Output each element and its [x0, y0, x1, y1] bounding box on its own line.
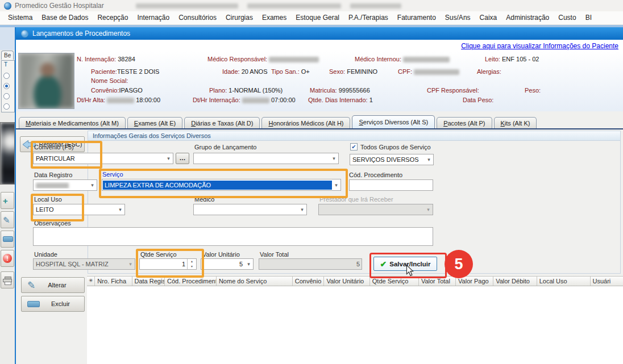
menu-sus-ans[interactable]: Sus/Ans: [441, 11, 475, 24]
tab-materiais-medicamentos[interactable]: Materiais e Medicamentos (Alt M): [19, 117, 126, 128]
convenio-lookup-button[interactable]: …: [176, 153, 189, 164]
chevron-down-icon[interactable]: ▾: [244, 261, 253, 267]
chevron-down-icon[interactable]: ▾: [164, 156, 173, 161]
chevron-down-icon[interactable]: ▾: [330, 156, 338, 161]
excluir-button[interactable]: Excluir: [21, 296, 85, 312]
menu-faturamento[interactable]: Faturamento: [393, 11, 441, 24]
window-titlebar[interactable]: Lançamentos de Procedimentos: [16, 27, 623, 40]
chevron-down-icon[interactable]: ▾: [88, 182, 97, 188]
group-title: Informações Gerais dos Serviços Diversos: [88, 131, 620, 141]
pencil-icon: ✎: [3, 216, 10, 224]
observacoes-textarea[interactable]: [33, 227, 433, 246]
menu-sistema[interactable]: Sistema: [3, 11, 37, 24]
checkbox-check-icon: ✔: [351, 144, 356, 150]
col-valor-total[interactable]: Valor Total: [419, 277, 456, 286]
chevron-down-icon[interactable]: ▾: [116, 207, 124, 212]
salvar-incluir-button[interactable]: ✔ Salvar/Incluir: [373, 257, 437, 271]
data-registro-picker[interactable]: ▾: [33, 179, 97, 191]
add-button[interactable]: +: [1, 192, 14, 209]
menu-recepcao[interactable]: Recepção: [93, 11, 132, 24]
menu-consultorios[interactable]: Consultórios: [174, 11, 221, 24]
menu-caixa[interactable]: Caixa: [475, 11, 502, 24]
spin-up-icon[interactable]: ▲: [188, 259, 196, 264]
menu-estoque-geral[interactable]: Estoque Geral: [291, 11, 344, 24]
data-registro-label: Data Registro: [34, 171, 72, 178]
menu-administracao[interactable]: Administração: [501, 11, 554, 24]
os-titlebar: Promedico Gestão Hospitalar: [0, 0, 623, 11]
qtde-servico-label: Qtde Serviço: [140, 251, 177, 258]
radio-button[interactable]: [3, 103, 10, 110]
col-nome-servico[interactable]: Nome do Serviço: [217, 277, 293, 286]
col-valor-unitario[interactable]: Valor Unitário: [324, 277, 369, 286]
edit-button[interactable]: ✎: [1, 211, 14, 228]
tab-diarias-taxas[interactable]: Diárias e Taxas (Alt D): [184, 117, 260, 128]
menu-base-de-dados[interactable]: Base de Dados: [37, 11, 93, 24]
remove-button[interactable]: [1, 231, 14, 248]
cod-procedimento-label: Cód. Procedimento: [349, 171, 402, 178]
menu-cirurgias[interactable]: Cirurgias: [221, 11, 257, 24]
col-usuario[interactable]: Usuári: [591, 277, 623, 286]
local-uso-combobox[interactable]: LEITO ▾: [33, 204, 125, 215]
col-qtde-servico[interactable]: Qtde Serviço: [370, 277, 419, 286]
menu-custo[interactable]: Custo: [554, 11, 580, 24]
print-button[interactable]: [1, 271, 14, 288]
tab-exames[interactable]: Exames (Alt E): [127, 117, 182, 128]
chevron-down-icon: ▾: [424, 207, 433, 212]
medico-combobox[interactable]: ▾: [193, 204, 307, 215]
valor-unitario-combobox[interactable]: 5 ▾: [201, 258, 254, 270]
tab-pacotes[interactable]: Pacotes (Alt P): [437, 117, 492, 128]
tab-strip: Materiais e Medicamentos (Alt M) Exames …: [19, 115, 538, 128]
chevron-down-icon[interactable]: ▾: [298, 207, 306, 212]
chevron-down-icon[interactable]: ▾: [425, 157, 433, 162]
col-local-uso[interactable]: Local Uso: [537, 277, 591, 286]
table-body[interactable]: [87, 286, 623, 364]
menu-pa-terapias[interactable]: P.A./Terapias: [344, 11, 393, 24]
cod-procedimento-input[interactable]: [349, 179, 433, 191]
pencil-icon: ✎: [27, 281, 35, 290]
screen: Promedico Gestão Hospitalar Sistema Base…: [0, 0, 623, 364]
field-peso: Peso:: [525, 87, 541, 94]
background-tab[interactable]: Be: [1, 51, 14, 60]
col-nro-ficha[interactable]: Nro. Ficha: [95, 277, 132, 286]
col-convenio[interactable]: Convênio: [293, 277, 325, 286]
field-medico-responsavel: Médico Responsável:: [207, 56, 319, 62]
mouse-cursor-icon: [406, 265, 414, 277]
col-cod-procediment[interactable]: Cód. Procediment: [165, 277, 217, 286]
alterar-button[interactable]: ✎ Alterar: [21, 277, 85, 293]
menu-internacao[interactable]: Internação: [132, 11, 174, 24]
valor-total-field: 5: [259, 258, 362, 270]
radio-button[interactable]: [3, 73, 10, 79]
grupo-servico-combobox[interactable]: SERVIÇOS DIVERSOS ▾: [350, 154, 434, 165]
tab-kits[interactable]: Kits (Alt K): [494, 117, 537, 128]
qtde-servico-stepper[interactable]: 1 ▲ ▼: [139, 258, 197, 270]
menu-exames[interactable]: Exames: [257, 11, 291, 24]
redacted-value: [269, 57, 319, 62]
tab-honorarios-medicos[interactable]: Honorários Médicos (Alt H): [261, 117, 350, 128]
valor-total-label: Valor Total: [260, 251, 289, 258]
radio-button[interactable]: [3, 93, 10, 99]
spin-down-icon[interactable]: ▼: [188, 264, 196, 269]
field-nome-social: Nome Social:: [91, 77, 128, 84]
field-tipo-sanguineo: Tipo San.: O+: [271, 68, 310, 75]
radio-button-selected[interactable]: [3, 83, 10, 89]
col-data-regist[interactable]: Data Regist: [132, 277, 165, 286]
redacted-value: [107, 98, 134, 103]
servico-combobox[interactable]: LIMPEZA EXTRA DE ACOMODAÇÃO ▾: [102, 179, 341, 191]
tab-servicos-diversos[interactable]: Serviços Diversos (Alt S): [352, 115, 435, 128]
convenio-combobox[interactable]: PARTICULAR ▾: [33, 153, 173, 164]
menu-bi[interactable]: BI: [581, 11, 596, 24]
patient-info-link[interactable]: Clique aqui para visualizar Informações …: [461, 42, 618, 50]
minus-icon: [3, 236, 13, 242]
redacted-value: [403, 57, 450, 62]
field-dthr-internacao: Dt/Hr Internação: 07:00:00: [193, 97, 296, 103]
chevron-down-icon[interactable]: ▾: [332, 182, 340, 188]
field-dthr-alta: Dt/Hr Alta: 18:00:00: [77, 97, 160, 103]
alert-icon: !: [3, 254, 12, 263]
spinner: ▲ ▼: [187, 259, 196, 269]
checkmark-icon: ✔: [380, 260, 387, 268]
todos-grupos-checkbox[interactable]: ✔: [350, 143, 358, 150]
col-valor-debito[interactable]: Valor Débito: [493, 277, 537, 286]
redacted-titlebar-text: [350, 3, 401, 9]
grupo-lancamento-combobox[interactable]: ▾: [193, 153, 339, 164]
alert-button[interactable]: !: [1, 250, 14, 267]
